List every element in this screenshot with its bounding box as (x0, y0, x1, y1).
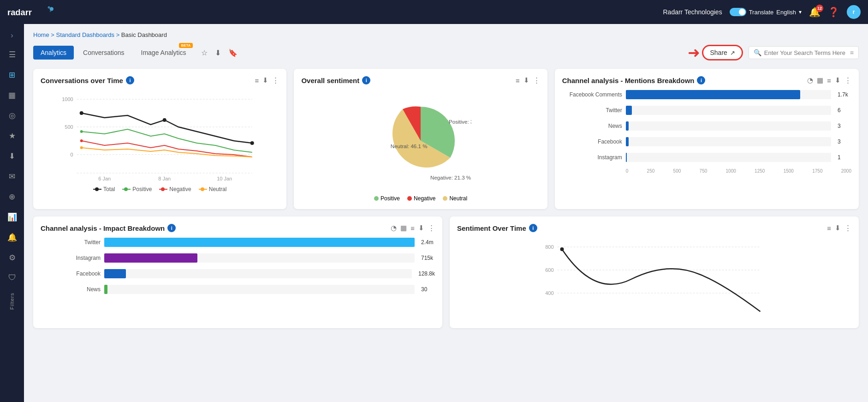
bar-value-news: 3 (838, 123, 851, 129)
bar-container-instagram-impact (104, 253, 415, 263)
card-title-impact: Channel analysis - Impact Breakdown i (41, 224, 176, 232)
more-icon-impact[interactable]: ⋮ (428, 224, 435, 232)
chart-legend-conversations: Total Positive Negative (41, 186, 279, 192)
conversations-over-time-card: Conversations over Time i ≡ ⬇ ⋮ 10 (33, 69, 286, 209)
filter-lines-icon-sentiment[interactable]: ≡ (516, 77, 520, 84)
svg-text:Negative: 21.3 %: Negative: 21.3 % (430, 175, 471, 180)
filter-lines-icon[interactable]: ≡ (255, 77, 259, 84)
translate-switch[interactable] (730, 8, 746, 16)
info-icon-conversations[interactable]: i (126, 76, 134, 84)
bar-value-facebook: 3 (838, 138, 851, 145)
sidebar-item-messages[interactable]: ✉ (3, 167, 21, 186)
sidebar-item-circle[interactable]: ◎ (3, 106, 21, 125)
sidebar-item-settings[interactable]: ⚙ (3, 248, 21, 267)
svg-text:6 Jan: 6 Jan (98, 176, 111, 181)
sidebar-item-shield[interactable]: 🛡 (3, 269, 21, 287)
bar-icon-mentions[interactable]: ▦ (817, 76, 823, 84)
more-icon-sentiment-time[interactable]: ⋮ (844, 224, 851, 232)
info-icon-impact[interactable]: i (167, 224, 176, 232)
svg-text:500: 500 (65, 124, 73, 130)
search-box: 🔍 ≡ (749, 46, 859, 59)
more-icon-mentions[interactable]: ⋮ (844, 76, 851, 84)
sidebar-expand-toggle[interactable]: › (7, 28, 17, 43)
bar-value-news-impact: 30 (421, 286, 435, 293)
more-icon-sentiment[interactable]: ⋮ (533, 76, 540, 84)
export-button[interactable]: ⬇ (213, 47, 223, 59)
download-icon-impact[interactable]: ⬇ (418, 224, 424, 232)
bar-fill-twitter (626, 106, 632, 115)
sidebar-item-star[interactable]: ★ (3, 126, 21, 145)
logo: radarr (7, 5, 54, 19)
sidebar: › ☰ ⊞ ▦ ◎ ★ ⬇ ✉ ⊕ 📊 🔔 ⚙ 🛡 Filters (0, 24, 24, 402)
notifications-button[interactable]: 🔔 12 (809, 6, 820, 18)
filter-icon-impact[interactable]: ≡ (410, 224, 415, 232)
main-content: Home > Standard Dashboards > Basic Dashb… (24, 24, 868, 402)
info-icon-sentiment-time[interactable]: i (529, 224, 537, 232)
card-header-impact: Channel analysis - Impact Breakdown i ◔ … (41, 224, 435, 232)
pie-icon-impact[interactable]: ◔ (391, 224, 397, 232)
tabs-right: ➜ Share ↗ 🔍 ≡ (688, 44, 859, 61)
info-icon-mentions[interactable]: i (697, 76, 705, 84)
translate-toggle[interactable]: Translate English ▾ (730, 8, 802, 16)
svg-text:400: 400 (545, 290, 553, 296)
svg-text:Positive: 32.6 %: Positive: 32.6 % (449, 119, 471, 125)
language-selector[interactable]: English (776, 9, 796, 16)
download-icon-mentions[interactable]: ⬇ (835, 76, 841, 84)
bar-fill-instagram (626, 153, 627, 162)
sidebar-item-grid[interactable]: ▦ (3, 86, 21, 104)
red-arrow-icon: ➜ (688, 44, 700, 61)
svg-point-15 (163, 118, 166, 122)
sidebar-item-alerts[interactable]: 🔔 (3, 228, 21, 246)
pie-icon-mentions[interactable]: ◔ (807, 76, 813, 84)
user-avatar[interactable]: r (847, 5, 861, 19)
navbar: radarr Radarr Technologies Translate Eng… (0, 0, 868, 24)
save-button[interactable]: 🔖 (226, 47, 239, 59)
breadcrumb-standard[interactable]: Standard Dashboards (56, 31, 114, 38)
bar-value-facebook-impact: 128.8k (418, 270, 435, 277)
filter-icon-sentiment-time[interactable]: ≡ (827, 224, 831, 232)
info-icon-sentiment[interactable]: i (362, 76, 370, 84)
tab-conversations[interactable]: Conversations (76, 46, 132, 60)
tab-analytics[interactable]: Analytics (33, 46, 74, 60)
svg-point-2 (48, 6, 50, 9)
help-button[interactable]: ❓ (828, 6, 839, 18)
notification-badge: 12 (816, 5, 823, 12)
bar-chart-impact: Twitter 2.4m Instagram 715k Facebook (41, 238, 435, 294)
bar-label-facebook: Facebook (562, 138, 622, 145)
more-icon-conversations[interactable]: ⋮ (272, 76, 279, 84)
sidebar-item-download[interactable]: ⬇ (3, 147, 21, 165)
legend-negative: Negative (159, 186, 191, 192)
bar-row-fb-comments: Facebook Comments 1.7k (562, 90, 851, 99)
bar-fill-instagram-impact (104, 253, 197, 263)
svg-point-3 (50, 11, 51, 12)
filter-icon-mentions[interactable]: ≡ (827, 77, 831, 84)
card-actions-impact: ◔ ▦ ≡ ⬇ ⋮ (391, 224, 435, 232)
sidebar-item-menu[interactable]: ☰ (3, 45, 21, 64)
svg-point-29 (560, 247, 564, 251)
line-chart-conversations: 1000 500 0 6 Jan 8 Jan 10 Jan (41, 90, 279, 192)
bar-value-twitter: 6 (838, 107, 851, 114)
svg-point-18 (80, 139, 83, 142)
bar-icon-impact[interactable]: ▦ (400, 224, 407, 232)
sidebar-item-dashboard[interactable]: ⊞ (3, 66, 21, 84)
sidebar-item-analytics[interactable]: 📊 (3, 208, 21, 226)
lang-chevron[interactable]: ▾ (799, 9, 802, 15)
filter-icon[interactable]: ≡ (850, 49, 854, 56)
search-input[interactable] (764, 49, 847, 56)
card-header-mentions: Channel analysis - Mentions Breakdown i … (562, 76, 851, 84)
svg-text:800: 800 (545, 244, 553, 250)
legend-neutral-sentiment: Neutral (443, 195, 467, 202)
download-icon-sentiment[interactable]: ⬇ (523, 76, 529, 84)
sidebar-item-add[interactable]: ⊕ (3, 187, 21, 206)
svg-text:Neutral: 46.1 %: Neutral: 46.1 % (391, 144, 428, 149)
bar-container-news-impact (104, 285, 415, 294)
breadcrumb-home[interactable]: Home (33, 31, 49, 38)
bar-row-news: News 3 (562, 121, 851, 131)
download-icon-sentiment-time[interactable]: ⬇ (835, 224, 841, 232)
brand-name: Radarr Technologies (663, 8, 722, 16)
bar-fill-news (626, 121, 629, 131)
bar-fill-facebook (626, 137, 629, 146)
share-button[interactable]: Share ↗ (702, 45, 743, 60)
download-icon-conversations[interactable]: ⬇ (262, 76, 268, 84)
bookmark-star-button[interactable]: ☆ (199, 47, 209, 59)
